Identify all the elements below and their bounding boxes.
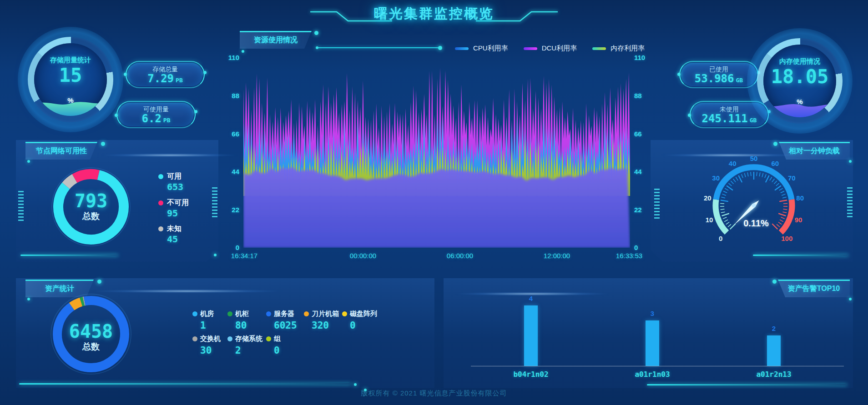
svg-text:100: 100 [781,235,792,242]
chart-legend: CPU利用率 DCU利用率 内存利用率 [455,44,645,53]
gauge-body: 存储用量统计 15 % [34,43,107,116]
donut-center: 6458 总数 [50,322,132,353]
asset-total-label: 总数 [50,341,132,353]
glow-dot [27,160,30,163]
legend-item-mem[interactable]: 内存利用率 [592,44,645,53]
legend-label: 机房 [200,310,214,318]
legend-dot-icon [342,311,347,316]
pill-value: 7.29 [147,72,174,85]
donut-center: 793 总数 [50,191,132,222]
glow-dot [849,160,852,163]
bar[interactable] [524,305,538,366]
series-base-fill [243,167,630,248]
bar-value-label: 3 [634,310,671,317]
gauge-body: 内存使用情况 18.05 % [763,45,836,117]
legend-label: DCU利用率 [542,44,577,53]
y-axis-tick: 22 [220,206,239,214]
barcode-decoration [654,189,660,220]
legend-dot-icon [266,311,271,316]
legend-item-server[interactable]: 服务器 6025 [266,310,305,331]
glow-dot [101,142,105,146]
svg-text:30: 30 [712,174,720,182]
legend-item-dcu[interactable]: DCU利用率 [524,44,577,53]
legend-item-blade-chassis[interactable]: 刀片机箱 320 [304,310,343,331]
x-axis-tick: 06:00:00 [433,252,487,260]
y-axis-tick: 22 [634,206,653,214]
legend-item-storage-system[interactable]: 存储系统 2 [227,335,267,356]
legend-label: 内存利用率 [611,44,645,53]
legend-dot-icon [158,174,163,179]
bar[interactable] [646,320,659,366]
glow-dot [354,383,357,386]
load-gauge[interactable]: 0102030405060708090100 [686,146,822,260]
x-axis-tick: 16:34:17 [217,252,272,260]
legend-label: 交换机 [200,335,221,343]
legend-item-unknown[interactable]: 未知 45 [158,224,213,245]
svg-text:70: 70 [788,174,796,182]
bar-category-label: a01r1n03 [621,370,684,379]
barcode-decoration [18,191,24,223]
legend-value: 653 [167,181,213,192]
pill-label: 已使用 [681,63,757,74]
legend-marker-cpu-icon [455,47,469,50]
legend-dot-icon [266,336,271,341]
memory-gauge-value: 18.05 [771,67,828,87]
resource-usage-chart[interactable] [243,58,630,248]
storage-gauge-unit: % [34,96,107,104]
legend-item-cabinet[interactable]: 机柜 80 [227,310,267,331]
legend-value: 320 [312,320,343,331]
storage-gauge-title: 存储用量统计 [50,56,91,65]
glow-dot [242,50,244,53]
bar[interactable] [767,335,781,366]
legend-item-group[interactable]: 组 0 [266,335,305,356]
legend-item-available[interactable]: 可用 653 [158,172,213,192]
x-axis-tick: 16:33:53 [602,252,656,260]
bar-value-label: 2 [756,325,792,332]
legend-label: CPU利用率 [473,44,508,53]
asset-total: 6458 [50,322,132,341]
legend-value: 30 [200,345,232,356]
legend-item-disk-array[interactable]: 磁盘阵列 0 [342,310,381,331]
legend-label: 未知 [167,224,182,234]
legend-dot-icon [192,336,197,341]
panel-bottom-line [647,384,847,385]
y-axis-tick: 88 [634,92,653,100]
legend-item-cpu[interactable]: CPU利用率 [455,44,508,53]
pill-value: 53.986 [695,72,734,85]
legend-marker-mem-icon [592,47,606,50]
svg-text:20: 20 [704,194,712,202]
asset-alerts-chart[interactable]: 4b04r1n023a01r1n032a01r2n13 [471,291,844,386]
barcode-decoration [847,187,853,219]
legend-value: 95 [167,208,213,219]
svg-text:90: 90 [795,216,802,224]
legend-item-room[interactable]: 机房 1 [192,310,232,331]
page-title: 曙光集群监控概览 [0,5,868,23]
divider-line [318,47,439,48]
legend-dot-icon [158,226,163,231]
pill-value: 6.2 [141,112,161,125]
storage-gauge[interactable]: 存储用量统计 15 % [25,34,116,125]
legend-item-switch[interactable]: 交换机 30 [192,335,232,356]
legend-value: 80 [235,320,267,331]
legend-label: 机柜 [235,310,249,318]
y-axis-tick: 88 [220,92,239,100]
legend-label: 可用 [167,172,182,181]
y-axis-tick: 44 [220,168,239,175]
glow-dot [772,280,777,284]
glow-dot [97,280,101,284]
legend-value: 1 [200,320,232,331]
x-axis-tick: 00:00:00 [336,252,390,260]
legend-value: 6025 [274,320,305,331]
legend-item-unavailable[interactable]: 不可用 95 [158,198,213,219]
legend-dot-icon [304,311,309,316]
dashboard: 曙光集群监控概览 存储用量统计 15 % 存储总量 7.29PB 可使用量 6.… [0,0,868,405]
legend-label: 服务器 [274,310,294,318]
memory-gauge[interactable]: 内存使用情况 18.05 % [754,35,845,126]
bar-category-label: a01r2n13 [742,370,806,379]
pill-unit: GB [736,77,743,84]
storage-total-pill: 存储总量 7.29PB [127,63,203,86]
pill-unit: PB [163,117,171,124]
legend-value: 2 [235,345,267,356]
storage-available-pill: 可使用量 6.2PB [118,103,194,126]
legend-label: 磁盘阵列 [350,310,377,318]
